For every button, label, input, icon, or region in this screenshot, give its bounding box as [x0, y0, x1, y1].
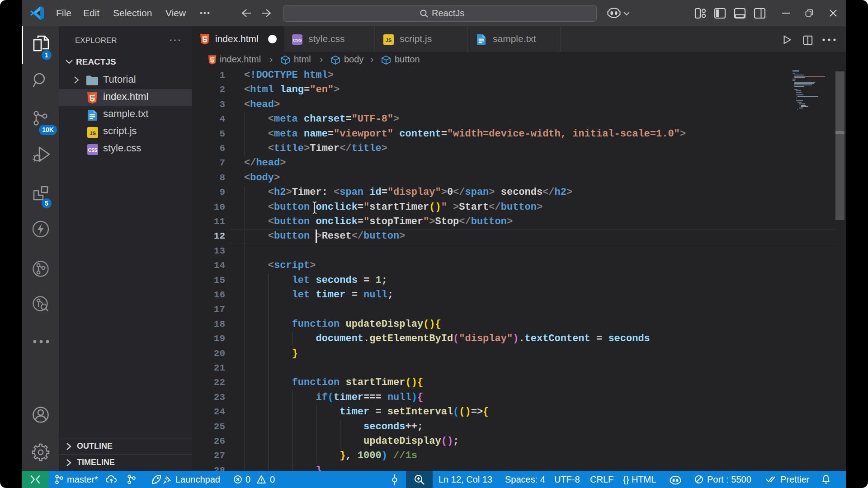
svg-text:JS: JS [90, 131, 95, 136]
svg-text:CSS: CSS [293, 38, 302, 42]
svg-text:CSS: CSS [88, 148, 98, 153]
svg-text:JS: JS [386, 38, 392, 43]
